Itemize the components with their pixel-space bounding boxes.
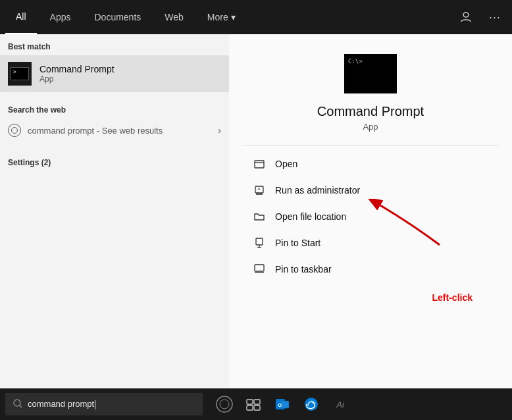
task-view-button[interactable] — [240, 390, 267, 418]
settings-label: Settings (2) — [0, 150, 229, 171]
app-icon-large — [344, 54, 397, 93]
search-circle-icon — [8, 124, 21, 137]
nav-icons: ··· — [454, 5, 507, 29]
admin-label: Run as administrator — [275, 185, 360, 196]
best-match-item[interactable]: Command Prompt App — [0, 55, 229, 92]
chevron-right-icon: › — [218, 125, 221, 136]
left-click-label: Left-click — [432, 292, 473, 303]
taskbar-search-box[interactable]: command prompt — [5, 393, 203, 415]
taskbar-search-icon — [13, 399, 22, 410]
pin-to-taskbar-label: Pin to taskbar — [275, 264, 332, 275]
action-list: Open Run as administrator — [242, 151, 499, 282]
svg-point-9 — [220, 400, 229, 409]
svg-rect-11 — [254, 400, 260, 404]
search-web-section: Search the web command prompt - See web … — [0, 92, 229, 147]
ai-label[interactable]: Ai — [326, 390, 354, 418]
outlook-icon: O — [274, 396, 290, 412]
pin-to-start-action[interactable]: Pin to Start — [242, 230, 499, 256]
divider — [242, 145, 499, 145]
search-web-item[interactable]: command prompt - See web results › — [0, 118, 229, 142]
person-icon-button[interactable] — [454, 5, 478, 29]
best-match-sub: App — [39, 74, 115, 84]
taskview-icon — [246, 397, 261, 411]
taskbar-search-text: command prompt — [28, 399, 195, 409]
svg-rect-13 — [254, 406, 260, 410]
right-panel: Command Prompt App Open — [229, 34, 512, 388]
open-file-location-label: Open file location — [275, 211, 346, 222]
app-subtitle: App — [363, 122, 378, 132]
open-label: Open — [275, 159, 297, 169]
left-panel: Best match Command Prompt App Search the… — [0, 34, 229, 388]
search-web-left: command prompt - See web results — [8, 124, 163, 137]
svg-line-7 — [20, 406, 22, 407]
svg-text:O: O — [278, 402, 282, 408]
outlook-button[interactable]: O — [269, 390, 296, 418]
pin-to-taskbar-action[interactable]: Pin to taskbar — [242, 256, 499, 282]
folder-icon — [253, 210, 266, 223]
best-match-label: Best match — [0, 34, 229, 55]
nav-documents[interactable]: Documents — [84, 0, 151, 34]
svg-rect-12 — [247, 406, 253, 410]
more-options-button[interactable]: ··· — [483, 5, 507, 29]
cortana-button[interactable] — [211, 390, 238, 418]
svg-rect-0 — [463, 13, 469, 17]
open-action[interactable]: Open — [242, 151, 499, 177]
pin-icon — [253, 236, 266, 249]
nav-web[interactable]: Web — [154, 0, 194, 34]
svg-rect-1 — [255, 161, 264, 168]
top-nav: All Apps Documents Web More ▾ ··· — [0, 0, 512, 34]
taskbar: command prompt O — [0, 388, 512, 420]
app-title: Command Prompt — [317, 104, 424, 119]
ellipsis-icon: ··· — [489, 11, 501, 24]
best-match-title: Command Prompt — [39, 64, 115, 74]
edge-icon — [303, 396, 319, 412]
pin-to-start-label: Pin to Start — [275, 238, 320, 248]
svg-rect-2 — [255, 186, 263, 193]
best-match-text: Command Prompt App — [39, 64, 115, 84]
open-file-location-action[interactable]: Open file location — [242, 203, 499, 230]
nav-apps[interactable]: Apps — [39, 0, 82, 34]
nav-all[interactable]: All — [5, 0, 37, 34]
main-content: Best match Command Prompt App Search the… — [0, 34, 512, 388]
svg-point-8 — [217, 396, 232, 412]
search-web-label: Search the web — [0, 97, 229, 118]
edge-button[interactable] — [297, 390, 325, 418]
run-as-admin-action[interactable]: Run as administrator — [242, 177, 499, 203]
svg-point-6 — [14, 400, 20, 406]
svg-rect-3 — [256, 238, 263, 245]
search-web-text: command prompt - See web results — [28, 126, 163, 136]
cursor — [95, 400, 95, 409]
admin-icon — [253, 184, 266, 197]
pin-taskbar-icon — [253, 263, 266, 276]
svg-rect-4 — [255, 265, 264, 271]
settings-section: Settings (2) — [0, 147, 229, 174]
person-icon — [460, 11, 472, 23]
taskbar-icons: O Ai — [211, 390, 354, 418]
cortana-icon — [215, 395, 234, 413]
cmd-icon-inner — [11, 67, 29, 80]
svg-rect-10 — [247, 400, 253, 404]
nav-more[interactable]: More ▾ — [197, 0, 246, 34]
command-prompt-icon — [8, 62, 32, 86]
open-icon — [253, 157, 266, 171]
